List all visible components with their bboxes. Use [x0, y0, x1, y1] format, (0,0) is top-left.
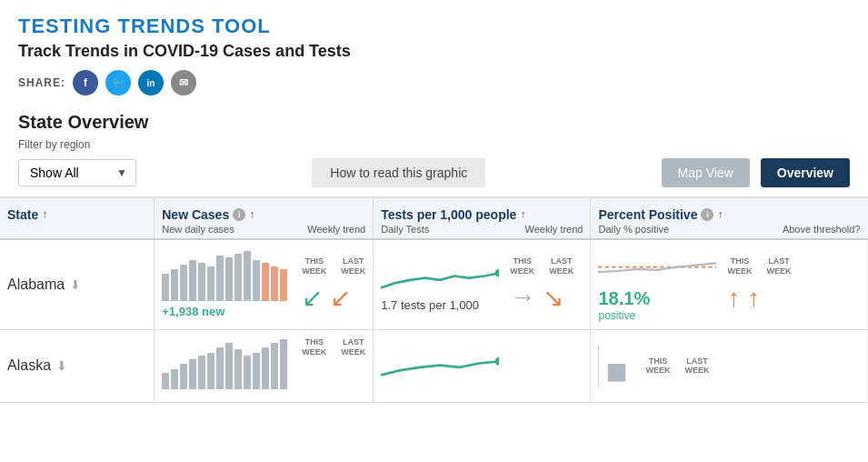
this-week-col: THISWEEK	[302, 256, 326, 276]
tests-this-week-arrow: →	[510, 283, 535, 313]
alabama-pct-cell: 18.1% positive THISWEEK LASTWEEK ↑ ↑	[591, 239, 868, 330]
alaska-this-week-col: THISWEEK	[302, 337, 326, 357]
bar-segment	[207, 353, 215, 389]
alabama-tests-cell: 1.7 tests per 1,000 THISWEEK LASTWEEK → …	[374, 239, 591, 330]
how-to-button[interactable]: How to read this graphic	[312, 158, 485, 187]
email-share-button[interactable]: ✉	[171, 70, 196, 95]
alaska-state-cell: Alaska ⬇	[0, 330, 155, 403]
alabama-newcases-trend: THISWEEK LASTWEEK ↙ ↙	[302, 256, 365, 314]
alaska-bar-chart	[162, 339, 287, 393]
alaska-pct-trend: THISWEEK LASTWEEK	[645, 357, 709, 377]
bar-segment	[244, 251, 251, 301]
alaska-pct-cell: THISWEEK LASTWEEK	[591, 330, 868, 403]
controls-row: Show All ▼ How to read this graphic Map …	[0, 155, 868, 196]
tests-sub-label: Daily Tests	[381, 224, 429, 235]
section-title: State Overview	[18, 112, 850, 133]
alabama-pct-chart-wrap: 18.1% positive	[598, 247, 716, 322]
alaska-last-week-col: LASTWEEK	[341, 337, 365, 357]
table-row: Alabama ⬇ +1,938 new THISWEEK LASTWEEK	[0, 239, 868, 330]
pct-info-icon[interactable]: i	[701, 208, 713, 221]
pct-this-week-col: THISWEEK	[727, 256, 752, 276]
table-header-row: State ↑ New Cases i ↑ New daily cases We…	[0, 198, 868, 239]
pct-chart-svg	[598, 247, 716, 286]
newcases-header-label: New Cases	[162, 207, 229, 222]
bar-segment	[271, 266, 278, 301]
alabama-state-cell: Alabama ⬇	[0, 239, 155, 330]
alabama-newcases-cell: +1,938 new THISWEEK LASTWEEK ↙ ↙	[155, 239, 374, 330]
tests-trend-label: Weekly trend	[524, 224, 583, 235]
share-row: SHARE: f 🐦 in ✉	[18, 70, 850, 95]
tests-last-week-arrow: ↘	[543, 283, 564, 313]
filter-label: Filter by region	[18, 138, 850, 151]
data-table-wrap: State ↑ New Cases i ↑ New daily cases We…	[0, 196, 868, 403]
col-header-pospct: Percent Positive i ↑ Daily % positive Ab…	[591, 198, 868, 239]
overview-button[interactable]: Overview	[761, 158, 850, 187]
col-header-state: State ↑	[0, 198, 155, 239]
bar-segment	[162, 274, 169, 301]
bar-segment	[171, 269, 178, 301]
map-view-button[interactable]: Map View	[662, 158, 750, 187]
bar-segment	[234, 349, 242, 389]
pct-sub-label: Daily % positive	[598, 224, 669, 235]
app-subtitle: Track Trends in COVID-19 Cases and Tests	[18, 42, 850, 61]
twitter-share-button[interactable]: 🐦	[105, 70, 131, 95]
bar-segment	[189, 359, 196, 389]
state-header-label: State	[7, 207, 38, 222]
tests-header-label: Tests per 1,000 people	[381, 207, 516, 222]
bar-segment	[180, 364, 187, 389]
alaska-newcases-cell: THISWEEK LASTWEEK ↙ ↙	[155, 330, 374, 403]
bar-segment	[253, 260, 260, 301]
state-sort-icon[interactable]: ↑	[42, 208, 47, 221]
newcases-info-icon[interactable]: i	[233, 208, 245, 221]
svg-point-2	[495, 357, 499, 366]
header: TESTING TRENDS TOOL Track Trends in COVI…	[0, 0, 868, 103]
bar-segment	[198, 356, 205, 389]
bar-segment	[162, 373, 169, 389]
table-row: Alaska ⬇ THISWEEK LASTWEEK ↙	[0, 330, 868, 403]
region-filter-select[interactable]: Show All	[18, 159, 136, 186]
pct-sort-icon[interactable]: ↑	[717, 208, 723, 221]
alabama-last-week-arrow: ↙	[330, 283, 351, 313]
alabama-tests-count: 1.7 tests per 1,000	[381, 298, 499, 312]
bar-segment	[198, 263, 205, 301]
alabama-tests-linechart: 1.7 tests per 1,000	[381, 258, 499, 312]
alaska-pct-chart-wrap	[598, 346, 634, 387]
alaska-newcases-trend: THISWEEK LASTWEEK ↙ ↙	[302, 337, 365, 395]
bar-segment	[225, 257, 233, 301]
bar-segment	[171, 369, 178, 389]
alabama-new-count: +1,938 new	[162, 305, 287, 318]
alaska-tests-linechart	[381, 346, 499, 386]
linkedin-share-button[interactable]: in	[138, 70, 164, 95]
bar-segment	[207, 266, 215, 301]
weekly-trend-label: Weekly trend	[307, 224, 365, 235]
alabama-pct-label: positive	[598, 309, 716, 322]
alabama-name: Alabama	[7, 276, 65, 293]
pct-last-week-col: LASTWEEK	[766, 256, 791, 276]
newcases-sort-icon[interactable]: ↑	[249, 208, 254, 221]
app-title: TESTING TRENDS TOOL	[18, 15, 850, 38]
bar-segment	[189, 260, 196, 301]
bar-segment	[271, 343, 278, 389]
pct-last-week-arrow: ↑	[747, 284, 760, 313]
pct-header-label: Percent Positive	[598, 207, 697, 222]
bar-segment	[262, 263, 269, 301]
tests-sort-icon[interactable]: ↑	[520, 208, 525, 221]
alaska-download-icon[interactable]: ⬇	[56, 358, 67, 373]
region-filter-wrap[interactable]: Show All ▼	[18, 159, 136, 186]
last-week-col: LASTWEEK	[341, 256, 365, 276]
alaska-tests-cell: THISWEEK LASTWEEK	[374, 330, 591, 403]
svg-rect-3	[608, 364, 626, 382]
alaska-name: Alaska	[7, 357, 51, 374]
newcases-sub-label: New daily cases	[162, 224, 234, 235]
alabama-download-icon[interactable]: ⬇	[70, 277, 81, 292]
bar-segment	[180, 265, 187, 301]
alabama-bar-chart: +1,938 new	[162, 251, 287, 318]
bar-segment	[225, 343, 233, 389]
facebook-share-button[interactable]: f	[73, 70, 98, 95]
bar-segment	[216, 347, 224, 389]
pct-this-week-arrow: ↑	[727, 284, 740, 313]
alabama-pct-trend: THISWEEK LASTWEEK ↑ ↑	[727, 256, 791, 313]
bar-segment	[234, 254, 242, 301]
line-chart-svg	[381, 258, 499, 297]
tests-this-week-col: THISWEEK	[510, 256, 534, 276]
